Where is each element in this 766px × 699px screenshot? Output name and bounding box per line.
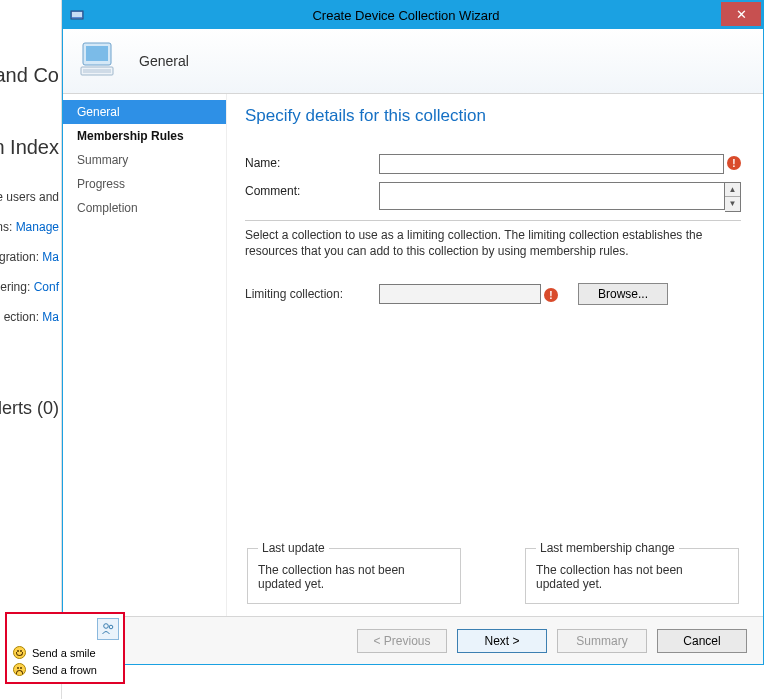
feedback-icon[interactable] xyxy=(97,618,119,640)
svg-point-7 xyxy=(109,625,113,629)
last-update-text: The collection has not been updated yet. xyxy=(258,563,450,591)
steps-list: General Membership Rules Summary Progres… xyxy=(63,94,227,616)
last-membership-text: The collection has not been updated yet. xyxy=(536,563,728,591)
button-bar: < Previous Next > Summary Cancel xyxy=(63,616,763,664)
browse-button[interactable]: Browse... xyxy=(578,283,668,305)
send-smile-label: Send a smile xyxy=(32,647,96,659)
error-icon-limiting: ! xyxy=(544,288,558,302)
page-heading: Specify details for this collection xyxy=(245,106,741,126)
last-membership-group: Last membership change The collection ha… xyxy=(525,541,739,604)
bg-row-users: e users and xyxy=(0,190,59,204)
titlebar[interactable]: Create Device Collection Wizard ✕ xyxy=(63,1,763,29)
last-update-legend: Last update xyxy=(258,541,329,555)
bg-title-1: and Co xyxy=(0,64,59,87)
step-completion[interactable]: Completion xyxy=(63,196,226,220)
svg-point-6 xyxy=(104,624,109,629)
bg-row-ection: ection: Ma xyxy=(4,310,59,324)
summary-button: Summary xyxy=(557,629,647,653)
background-window: and Co n Index e users and ns: Manage gr… xyxy=(0,0,62,699)
step-membership[interactable]: Membership Rules xyxy=(63,124,226,148)
step-summary[interactable]: Summary xyxy=(63,148,226,172)
comment-spin-up[interactable]: ▲ xyxy=(725,183,740,197)
comment-spinner: ▲ ▼ xyxy=(725,182,741,212)
comment-input[interactable] xyxy=(379,182,725,210)
bg-row-ering: ering: Conf xyxy=(0,280,59,294)
sysmenu-icon[interactable] xyxy=(69,7,85,23)
bg-link-manage[interactable]: Manage xyxy=(16,220,59,234)
name-label: Name: xyxy=(245,154,379,170)
bg-link-ma[interactable]: Ma xyxy=(42,250,59,264)
comment-label: Comment: xyxy=(245,182,379,198)
bg-link-conf[interactable]: Conf xyxy=(34,280,59,294)
bg-link-ma2[interactable]: Ma xyxy=(42,310,59,324)
send-frown[interactable]: Send a frown xyxy=(7,661,123,678)
frown-icon xyxy=(13,663,26,676)
comment-spin-down[interactable]: ▼ xyxy=(725,197,740,211)
help-text: Select a collection to use as a limiting… xyxy=(245,220,741,259)
svg-rect-3 xyxy=(86,46,108,61)
send-frown-label: Send a frown xyxy=(32,664,97,676)
banner-title: General xyxy=(139,53,189,69)
step-general[interactable]: General xyxy=(63,100,226,124)
send-smile[interactable]: Send a smile xyxy=(7,644,123,661)
wizard-window: Create Device Collection Wizard ✕ Genera… xyxy=(62,0,764,665)
banner: General xyxy=(63,29,763,94)
smile-icon xyxy=(13,646,26,659)
content-pane: Specify details for this collection Name… xyxy=(227,94,763,616)
previous-button: < Previous xyxy=(357,629,447,653)
last-update-group: Last update The collection has not been … xyxy=(247,541,461,604)
name-input[interactable] xyxy=(379,154,724,174)
svg-rect-5 xyxy=(83,69,111,73)
bg-row-ns: ns: Manage xyxy=(0,220,59,234)
bg-row-gration: gration: Ma xyxy=(0,250,59,264)
step-progress[interactable]: Progress xyxy=(63,172,226,196)
last-membership-legend: Last membership change xyxy=(536,541,679,555)
close-button[interactable]: ✕ xyxy=(721,2,761,26)
cancel-button[interactable]: Cancel xyxy=(657,629,747,653)
feedback-callout: Send a smile Send a frown xyxy=(5,612,125,684)
error-icon: ! xyxy=(727,156,741,170)
limiting-label: Limiting collection: xyxy=(245,287,379,301)
bg-alerts: lerts (0) xyxy=(0,398,59,419)
window-title: Create Device Collection Wizard xyxy=(91,8,721,23)
bg-title-2: n Index xyxy=(0,136,59,159)
computer-icon xyxy=(77,39,121,83)
next-button[interactable]: Next > xyxy=(457,629,547,653)
svg-rect-1 xyxy=(72,12,82,17)
limiting-input[interactable] xyxy=(379,284,541,304)
